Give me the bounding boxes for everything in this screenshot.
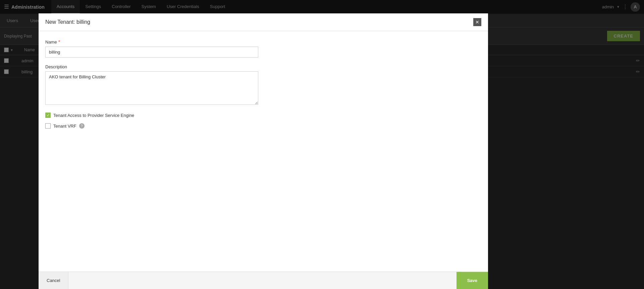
modal-close-button[interactable]: ✕ [473, 18, 481, 26]
name-input[interactable] [45, 47, 258, 58]
description-label: Description [45, 64, 481, 69]
form-group-description: Description [45, 64, 481, 77]
modal-header: New Tenant: billing ✕ [39, 13, 488, 31]
modal-title: New Tenant: billing [45, 19, 90, 25]
modal-body: Name * Description ✓ Tenant Access to Pr… [39, 31, 488, 77]
name-label-text: Name [45, 40, 57, 45]
description-label-text: Description [45, 64, 67, 69]
form-group-name: Name * [45, 39, 481, 58]
name-label: Name * [45, 39, 481, 45]
description-textarea[interactable] [45, 71, 258, 77]
modal-dialog: New Tenant: billing ✕ Name * Description… [39, 13, 488, 77]
required-star: * [58, 39, 60, 45]
